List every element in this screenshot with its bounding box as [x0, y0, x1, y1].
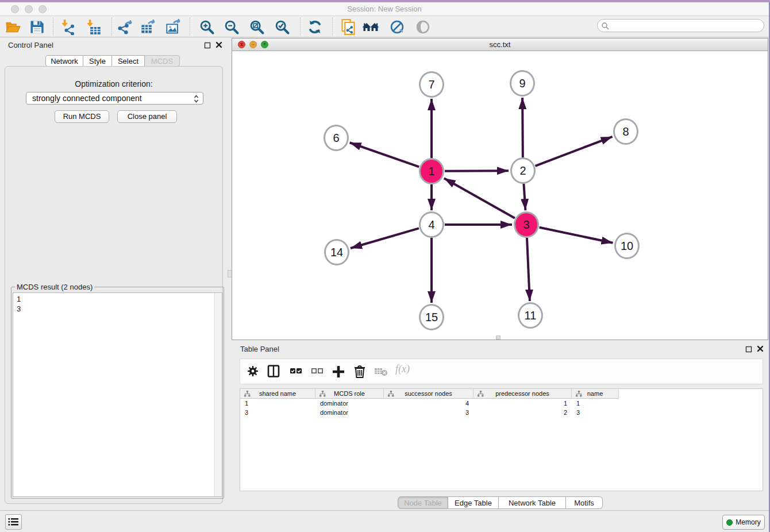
control-panel-float-icon[interactable]: [204, 42, 211, 49]
open-folder-icon[interactable]: [5, 19, 21, 35]
graph-node-15[interactable]: 15: [419, 304, 444, 330]
run-mcds-button[interactable]: Run MCDS: [55, 110, 109, 123]
result-scrollbar[interactable]: [214, 293, 222, 496]
table-row[interactable]: 1dominator411: [240, 399, 619, 408]
graph-node-14[interactable]: 14: [324, 239, 349, 265]
export-table-icon[interactable]: [140, 19, 156, 35]
graph-node-10[interactable]: 10: [614, 233, 640, 259]
graph-node-4[interactable]: 4: [419, 211, 444, 238]
cell-predecessor-nodes[interactable]: 2: [473, 408, 572, 417]
tab-motifs[interactable]: Motifs: [566, 496, 603, 509]
cell-successor-nodes[interactable]: 4: [384, 399, 473, 408]
titlebar: Session: New Session: [0, 2, 769, 16]
zoom-in-icon[interactable]: [199, 19, 215, 35]
column-type-icon: [319, 391, 326, 397]
search-input[interactable]: [597, 19, 764, 32]
add-icon[interactable]: [331, 364, 346, 379]
tab-select[interactable]: Select: [112, 55, 145, 67]
network-view[interactable]: 7968124314101511: [232, 51, 768, 340]
log-console-button[interactable]: [5, 514, 22, 530]
graph-node-2[interactable]: 2: [510, 157, 536, 184]
columns-icon[interactable]: [267, 364, 280, 378]
control-panel-close-icon[interactable]: [215, 41, 222, 48]
table-panel-close-icon[interactable]: [757, 345, 764, 352]
graph-node-9[interactable]: 9: [510, 70, 535, 97]
refresh-icon[interactable]: [307, 19, 323, 35]
memory-status-dot: [726, 519, 733, 526]
toolbar-separator: [300, 18, 301, 36]
column-type-icon: [244, 391, 251, 397]
graph-node-1[interactable]: 1: [419, 158, 444, 184]
search-icon: [601, 22, 610, 30]
zoom-out-icon[interactable]: [224, 19, 240, 35]
column-header-MCDS-role[interactable]: MCDS role: [315, 389, 384, 399]
optimization-dropdown[interactable]: strongly connected component: [26, 92, 203, 105]
close-panel-button[interactable]: Close panel: [117, 110, 177, 123]
mcds-result-area[interactable]: 1 3: [13, 292, 222, 497]
cell-successor-nodes[interactable]: 3: [384, 408, 473, 417]
statusbar: Memory: [0, 510, 769, 532]
cell-MCDS-role[interactable]: dominator: [315, 399, 384, 408]
tab-mcds[interactable]: MCDS: [145, 55, 180, 67]
edge-3-10[interactable]: [540, 228, 613, 243]
clone-network-icon[interactable]: [340, 19, 356, 35]
dropdown-arrows-icon: [194, 94, 199, 103]
edge-1-6[interactable]: [350, 142, 419, 167]
edge-4-14[interactable]: [351, 228, 419, 248]
column-header-name[interactable]: name: [572, 389, 619, 399]
graph-node-3[interactable]: 3: [514, 211, 539, 238]
column-type-icon: [478, 391, 484, 397]
zoom-fit-icon[interactable]: [249, 19, 265, 35]
graph-node-8[interactable]: 8: [613, 118, 638, 145]
edge-2-9[interactable]: [522, 98, 523, 157]
column-header-predecessor-nodes[interactable]: predecessor nodes: [473, 389, 572, 399]
mcds-panel: Optimization criterion: strongly connect…: [5, 66, 223, 504]
cell-name[interactable]: 3: [572, 408, 619, 417]
node-table[interactable]: shared nameMCDS rolesuccessor nodesprede…: [240, 388, 763, 491]
table-header: shared nameMCDS rolesuccessor nodesprede…: [240, 389, 619, 399]
edge-1-2[interactable]: [445, 171, 509, 171]
import-network-icon[interactable]: [60, 19, 76, 35]
function-icon[interactable]: f(x): [395, 363, 410, 375]
mcds-result-label: MCDS result (2 nodes): [15, 283, 94, 291]
tab-style[interactable]: Style: [83, 55, 112, 67]
graph-node-6[interactable]: 6: [324, 125, 349, 151]
list-icon: [8, 517, 19, 527]
splitter-grip[interactable]: [496, 336, 500, 340]
column-header-successor-nodes[interactable]: successor nodes: [384, 389, 473, 399]
memory-button[interactable]: Memory: [722, 515, 765, 530]
cell-MCDS-role[interactable]: dominator: [315, 408, 384, 417]
cell-predecessor-nodes[interactable]: 1: [473, 399, 572, 408]
memory-label: Memory: [736, 518, 760, 526]
hide-style-icon[interactable]: [389, 19, 405, 35]
edge-2-8[interactable]: [536, 137, 613, 166]
save-icon[interactable]: [29, 19, 45, 35]
zoom-selected-icon[interactable]: [274, 19, 290, 35]
table-row[interactable]: 3dominator323: [240, 408, 619, 417]
graph-node-7[interactable]: 7: [419, 71, 444, 98]
table-panel-float-icon[interactable]: [745, 346, 752, 353]
column-header-shared-name[interactable]: shared name: [240, 389, 315, 399]
gear-icon[interactable]: [247, 364, 259, 378]
graph-node-11[interactable]: 11: [518, 302, 543, 329]
cell-name[interactable]: 1: [572, 399, 619, 408]
unselect-all-icon[interactable]: [310, 364, 324, 378]
home-icon[interactable]: [362, 19, 379, 35]
edge-2-3[interactable]: [523, 184, 525, 210]
control-panel-title: Control Panel: [8, 41, 53, 49]
tab-edge-table[interactable]: Edge Table: [448, 496, 499, 509]
select-all-icon[interactable]: [289, 364, 303, 378]
tab-node-table[interactable]: Node Table: [398, 496, 448, 509]
export-image-icon[interactable]: [165, 19, 182, 35]
delete-icon[interactable]: [353, 364, 366, 379]
import-table-icon[interactable]: [86, 19, 102, 35]
eye-icon[interactable]: [415, 19, 431, 35]
tab-network-table[interactable]: Network Table: [499, 496, 566, 509]
export-network-icon[interactable]: [117, 19, 133, 35]
tab-network[interactable]: Network: [45, 55, 83, 67]
edge-3-1[interactable]: [444, 178, 515, 218]
edge-3-11[interactable]: [527, 238, 530, 301]
delete-table-icon[interactable]: [374, 364, 388, 378]
cell-shared-name[interactable]: 3: [240, 408, 315, 417]
cell-shared-name[interactable]: 1: [240, 399, 315, 408]
